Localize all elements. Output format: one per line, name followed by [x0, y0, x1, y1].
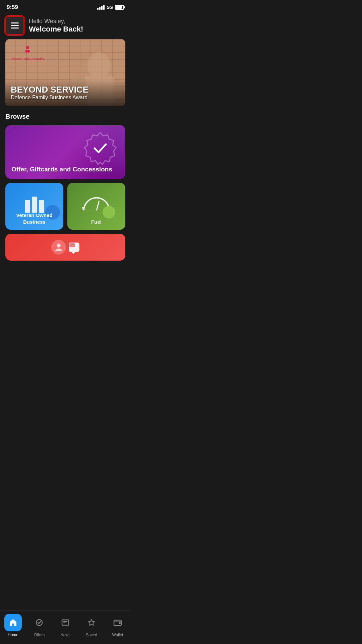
svg-point-0	[87, 52, 111, 79]
fuel-gauge-icon: E F	[83, 197, 110, 214]
network-type: 5G	[107, 5, 113, 10]
hero-overlay: BEYOND SERVICE Defence Family Business A…	[5, 79, 125, 106]
svg-point-5	[57, 244, 61, 248]
menu-line-2	[11, 25, 19, 26]
veteran-card[interactable]: Veteran Owned Business	[5, 183, 63, 230]
hero-title: BEYOND SERVICE	[11, 85, 120, 95]
greeting-text: Hello Wesley,	[29, 18, 83, 25]
menu-line-3	[11, 28, 19, 29]
menu-button[interactable]	[5, 16, 24, 35]
status-time: 9:59	[7, 4, 18, 11]
veteran-icon-area	[25, 197, 44, 213]
battery-icon	[115, 5, 124, 10]
signal-icon	[97, 5, 105, 10]
browse-title: Browse	[5, 113, 125, 120]
gauge-e-label: E	[82, 207, 84, 211]
veteran-bars-icon	[25, 197, 44, 213]
community-card[interactable]	[5, 234, 125, 261]
hero-banner[interactable]: Prince's Trust Australia BEYOND SERVICE …	[5, 39, 125, 106]
status-icons: 5G	[97, 5, 124, 10]
svg-point-4	[26, 46, 29, 49]
fuel-icon-area: E F	[83, 197, 110, 214]
chat-svg	[69, 243, 75, 249]
gauge-needle	[96, 201, 100, 211]
person-icon	[51, 240, 66, 255]
hero-logo: Prince's Trust Australia	[11, 44, 44, 61]
status-bar: 9:59 5G	[0, 0, 131, 13]
welcome-text: Welcome Back!	[29, 25, 83, 34]
svg-rect-6	[69, 243, 75, 247]
cards-row: Veteran Owned Business E F Fuel	[5, 183, 125, 230]
hero-subtitle: Defence Family Business Award	[11, 95, 120, 101]
person-svg	[54, 243, 63, 252]
veteran-card-label: Veteran Owned Business	[5, 212, 63, 225]
browse-section: Browse Offer, Giftcards and Concessions	[0, 113, 131, 261]
menu-line-1	[11, 22, 19, 23]
community-icon-area	[51, 240, 79, 255]
header-text: Hello Wesley, Welcome Back!	[29, 18, 83, 34]
chat-bubble-icon	[69, 243, 79, 252]
badge-check-icon	[82, 130, 119, 167]
offers-card-label: Offer, Giftcards and Concessions	[11, 166, 112, 173]
header: Hello Wesley, Welcome Back!	[0, 13, 131, 39]
princes-trust-logo	[21, 44, 34, 56]
hero-logo-text: Prince's Trust Australia	[11, 57, 44, 61]
fuel-card-label: Fuel	[67, 219, 125, 225]
fuel-dot	[103, 206, 115, 219]
offers-card[interactable]: Offer, Giftcards and Concessions	[5, 125, 125, 179]
fuel-card[interactable]: E F Fuel	[67, 183, 125, 230]
